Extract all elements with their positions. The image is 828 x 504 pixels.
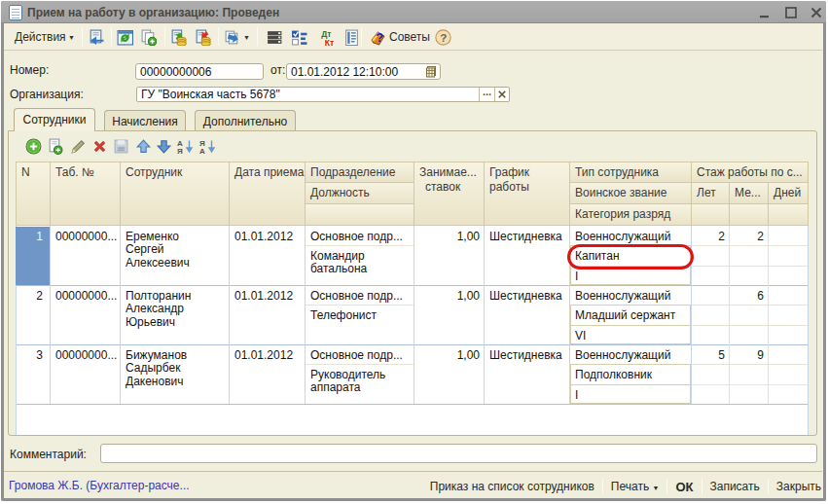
svg-text:Кт: Кт xyxy=(325,38,334,46)
svg-text:А: А xyxy=(199,147,205,155)
svg-text:?: ? xyxy=(440,31,447,44)
svg-text:Я: Я xyxy=(177,147,183,155)
svg-text:?: ? xyxy=(376,30,383,45)
